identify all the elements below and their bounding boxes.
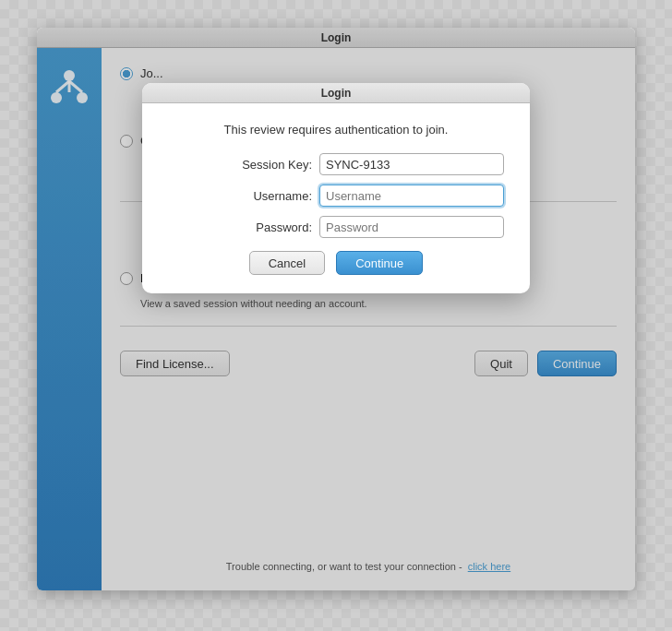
modal-username-input[interactable] xyxy=(319,185,504,207)
modal-password-input[interactable] xyxy=(319,216,504,238)
app-window: Login Jo... Username: xyxy=(37,28,635,590)
modal-title: Login xyxy=(321,87,352,100)
modal-session-key-input[interactable] xyxy=(319,153,504,175)
modal-username-label: Username: xyxy=(224,189,312,203)
login-modal: Login This review requires authenticatio… xyxy=(142,83,530,293)
modal-cancel-button[interactable]: Cancel xyxy=(249,251,325,275)
modal-session-key-row: Session Key: xyxy=(168,153,504,175)
modal-titlebar: Login xyxy=(142,83,530,103)
modal-body: This review requires authentication to j… xyxy=(142,103,530,293)
modal-password-label: Password: xyxy=(224,220,312,234)
modal-password-row: Password: xyxy=(168,216,504,238)
modal-buttons: Cancel Continue xyxy=(168,251,504,275)
modal-message: This review requires authentication to j… xyxy=(168,122,504,138)
modal-session-key-label: Session Key: xyxy=(224,158,312,172)
modal-username-row: Username: xyxy=(168,185,504,207)
modal-continue-button[interactable]: Continue xyxy=(336,251,423,275)
modal-overlay: Login This review requires authenticatio… xyxy=(37,28,635,590)
